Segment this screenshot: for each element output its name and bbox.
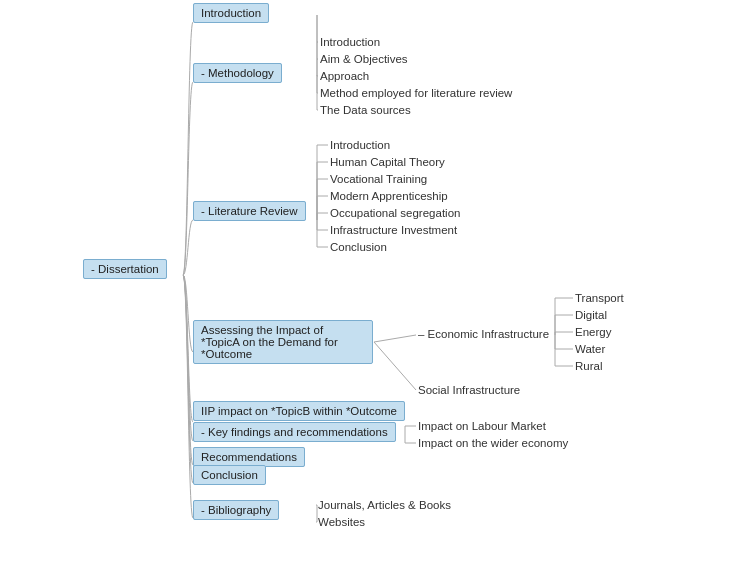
meth-sub3: The Data sources <box>320 103 411 117</box>
root-label: - Dissertation <box>83 259 167 279</box>
digital: Digital <box>575 308 607 322</box>
intro-sub1: Introduction <box>320 35 380 49</box>
conclusion-label: Conclusion <box>193 465 266 485</box>
recommendations-label: Recommendations <box>193 447 305 467</box>
transport: Transport <box>575 291 624 305</box>
wider-economy: Impact on the wider economy <box>418 436 568 450</box>
lit-sub4: Modern Apprenticeship <box>330 189 448 203</box>
intro-top-label: Introduction <box>193 3 269 23</box>
websites: Websites <box>318 515 365 529</box>
energy: Energy <box>575 325 611 339</box>
svg-line-35 <box>374 342 416 390</box>
intro-sub2: Aim & Objectives <box>320 52 408 66</box>
recommendations-node: Recommendations <box>193 450 305 464</box>
labour-market: Impact on Labour Market <box>418 419 546 433</box>
methodology-label: - Methodology <box>193 63 282 83</box>
bibliography-node: - Bibliography <box>193 503 279 517</box>
intro-top-node: Introduction <box>193 6 269 20</box>
assessing-node: Assessing the Impact of *TopicA on the D… <box>193 320 373 364</box>
rural: Rural <box>575 359 602 373</box>
key-findings-node: - Key findings and recommendations <box>193 425 396 439</box>
root-node: - Dissertation <box>83 262 167 276</box>
assessing-label: Assessing the Impact of *TopicA on the D… <box>193 320 373 364</box>
meth-sub1: Approach <box>320 69 369 83</box>
journals: Journals, Articles & Books <box>318 498 451 512</box>
mindmap: - Dissertation Introduction - Methodolog… <box>0 0 750 563</box>
literature-review-label: - Literature Review <box>193 201 306 221</box>
lit-sub7: Conclusion <box>330 240 387 254</box>
social-infra: Social Infrastructure <box>418 383 520 397</box>
methodology-node: - Methodology <box>193 66 282 80</box>
literature-review-node: - Literature Review <box>193 204 306 218</box>
lit-sub5: Occupational segregation <box>330 206 460 220</box>
conclusion-node: Conclusion <box>193 468 266 482</box>
economic-infra: – Economic Infrastructure <box>418 327 549 341</box>
water: Water <box>575 342 605 356</box>
svg-line-34 <box>374 335 416 342</box>
iip-impact-label: IIP impact on *TopicB within *Outcome <box>193 401 405 421</box>
lit-sub2: Human Capital Theory <box>330 155 445 169</box>
meth-sub2: Method employed for literature review <box>320 86 512 100</box>
lit-sub6: Infrastructure Investment <box>330 223 457 237</box>
lit-sub3: Vocational Training <box>330 172 427 186</box>
lit-sub1: Introduction <box>330 138 390 152</box>
key-findings-label: - Key findings and recommendations <box>193 422 396 442</box>
bibliography-label: - Bibliography <box>193 500 279 520</box>
iip-impact-node: IIP impact on *TopicB within *Outcome <box>193 404 405 418</box>
